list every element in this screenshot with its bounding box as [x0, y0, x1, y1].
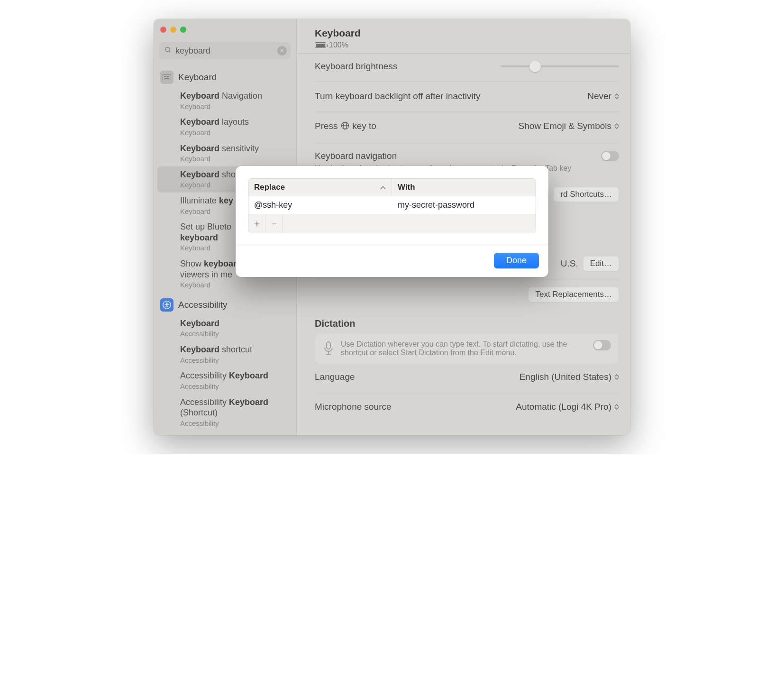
svg-rect-5 — [167, 76, 168, 77]
battery-percent: 100% — [329, 41, 348, 49]
sidebar-item-sublabel: Keyboard — [180, 155, 290, 164]
clear-search-icon[interactable]: ✕ — [277, 46, 287, 55]
row-text-replacements: Text Replacements… — [315, 281, 619, 308]
column-header-replace[interactable]: Replace — [248, 179, 392, 196]
window-traffic-lights — [154, 19, 296, 37]
brightness-slider[interactable] — [501, 65, 619, 67]
sidebar-item-label: Keyboard shortcut — [180, 344, 290, 355]
cell-replace[interactable]: @ssh-key — [248, 196, 392, 214]
battery-icon — [315, 42, 326, 48]
svg-rect-3 — [164, 76, 165, 77]
sidebar-item[interactable]: Accessibility KeyboardAccessibility — [154, 368, 296, 394]
table-row[interactable]: @ssh-keymy-secret-password — [248, 196, 536, 214]
microphone-icon — [323, 341, 334, 357]
text-replacements-modal: Replace With @ssh-keymy-secret-password … — [236, 166, 548, 277]
row-language: Language English (United States) — [315, 364, 619, 390]
sidebar-item[interactable]: KeyboardAccessibility — [154, 315, 296, 341]
mic-value: Automatic (Logi 4K Pro) — [516, 402, 611, 412]
accessibility-icon — [160, 298, 173, 312]
chevron-updown-icon — [614, 404, 619, 410]
sidebar-item-sublabel: Keyboard — [180, 129, 290, 138]
row-press-globe: Press key to Show Emoji & Symbols — [315, 113, 619, 139]
sidebar-item[interactable]: Keyboard layoutsKeyboard — [154, 114, 296, 140]
row-backlight-off: Turn keyboard backlight off after inacti… — [315, 83, 619, 109]
replacements-table: Replace With @ssh-keymy-secret-password … — [248, 178, 536, 233]
svg-line-1 — [169, 51, 170, 52]
chevron-updown-icon — [614, 374, 619, 380]
svg-point-0 — [165, 47, 170, 52]
zoom-window-dot[interactable] — [180, 27, 186, 33]
close-window-dot[interactable] — [160, 27, 166, 33]
sidebar-item-label: Keyboard layouts — [180, 117, 290, 128]
sidebar-item[interactable]: Keyboard sensitivityKeyboard — [154, 140, 296, 166]
search-icon — [164, 46, 172, 55]
mic-popup[interactable]: Automatic (Logi 4K Pro) — [516, 402, 619, 412]
sidebar-item-sublabel: Accessibility — [180, 419, 290, 428]
sidebar-item-label: Accessibility Keyboard — [180, 370, 290, 381]
sort-ascending-icon[interactable] — [380, 183, 386, 192]
column-header-with[interactable]: With — [392, 179, 536, 196]
cell-with[interactable]: my-secret-password — [392, 196, 536, 214]
svg-rect-4 — [165, 76, 166, 77]
mic-label: Microphone source — [315, 402, 516, 412]
backlight-off-popup[interactable]: Never — [587, 91, 619, 101]
press-globe-value: Show Emoji & Symbols — [519, 121, 611, 131]
edit-input-source-button[interactable]: Edit… — [583, 256, 619, 271]
press-globe-label: Press key to — [315, 121, 519, 131]
input-source-value: U.S. — [561, 258, 578, 269]
backlight-off-value: Never — [587, 91, 611, 101]
brightness-label: Keyboard brightness — [315, 61, 501, 72]
add-row-button[interactable]: ＋ — [248, 214, 265, 233]
backlight-off-label: Turn keyboard backlight off after inacti… — [315, 91, 587, 101]
sidebar-item-label: Keyboard Navigation — [180, 91, 290, 101]
sidebar-item-sublabel: Accessibility — [180, 330, 290, 339]
svg-rect-6 — [168, 76, 169, 77]
chevron-updown-icon — [614, 123, 619, 129]
sidebar-item[interactable]: Accessibility Keyboard(Shortcut)Accessib… — [154, 394, 296, 431]
brightness-slider-knob[interactable] — [529, 61, 541, 72]
sidebar-item-sublabel: Accessibility — [180, 356, 290, 365]
language-value: English (United States) — [520, 372, 611, 382]
sidebar-group-keyboard[interactable]: Keyboard — [154, 67, 296, 88]
row-keyboard-brightness: Keyboard brightness — [315, 54, 619, 79]
sidebar-item-label: Accessibility Keyboard(Shortcut) — [180, 397, 290, 418]
row-mic-source: Microphone source Automatic (Logi 4K Pro… — [315, 394, 619, 420]
sidebar-item-sublabel: Keyboard — [180, 102, 290, 111]
sidebar-item[interactable]: Keyboard NavigationKeyboard — [154, 88, 296, 114]
dictation-toggle[interactable] — [593, 340, 611, 350]
chevron-updown-icon — [614, 93, 619, 99]
press-globe-popup[interactable]: Show Emoji & Symbols — [519, 121, 619, 131]
keyboard-icon — [160, 71, 173, 84]
sidebar-item-sublabel: Keyboard — [180, 281, 290, 290]
dictation-section-title: Dictation — [315, 318, 619, 329]
sidebar-group-title: Keyboard — [178, 72, 217, 83]
text-replacements-button[interactable]: Text Replacements… — [528, 287, 619, 302]
language-label: Language — [315, 372, 520, 382]
language-popup[interactable]: English (United States) — [520, 372, 619, 382]
page-title: Keyboard — [315, 28, 619, 39]
dictation-desc: Use Dictation wherever you can type text… — [341, 340, 586, 357]
svg-rect-13 — [327, 342, 330, 349]
svg-rect-2 — [163, 74, 171, 80]
sidebar-group-accessibility[interactable]: Accessibility — [154, 294, 296, 315]
globe-icon — [340, 121, 350, 130]
sidebar-item-label: Keyboard — [180, 318, 290, 329]
battery-status: 100% — [315, 41, 619, 49]
main-header: Keyboard 100% — [297, 19, 630, 54]
keyboard-shortcuts-button[interactable]: rd Shortcuts… — [553, 187, 619, 202]
system-settings-window: ✕ KeyboardKeyboard NavigationKeyboardKey… — [154, 19, 630, 435]
done-button[interactable]: Done — [494, 253, 539, 268]
sidebar-item-label: Keyboard sensitivity — [180, 143, 290, 154]
sidebar-item[interactable]: Keyboard shortcutAccessibility — [154, 341, 296, 368]
remove-row-button[interactable]: － — [265, 214, 283, 233]
dictation-card: Use Dictation wherever you can type text… — [315, 333, 619, 364]
minimize-window-dot[interactable] — [170, 27, 176, 33]
search-input[interactable] — [159, 42, 291, 59]
sidebar-group-title: Accessibility — [178, 300, 227, 310]
search-wrap: ✕ — [159, 42, 291, 59]
kb-nav-toggle[interactable] — [601, 151, 619, 161]
kb-nav-label: Keyboard navigation — [315, 151, 601, 161]
svg-rect-7 — [164, 78, 169, 79]
sidebar-item-sublabel: Accessibility — [180, 382, 290, 391]
